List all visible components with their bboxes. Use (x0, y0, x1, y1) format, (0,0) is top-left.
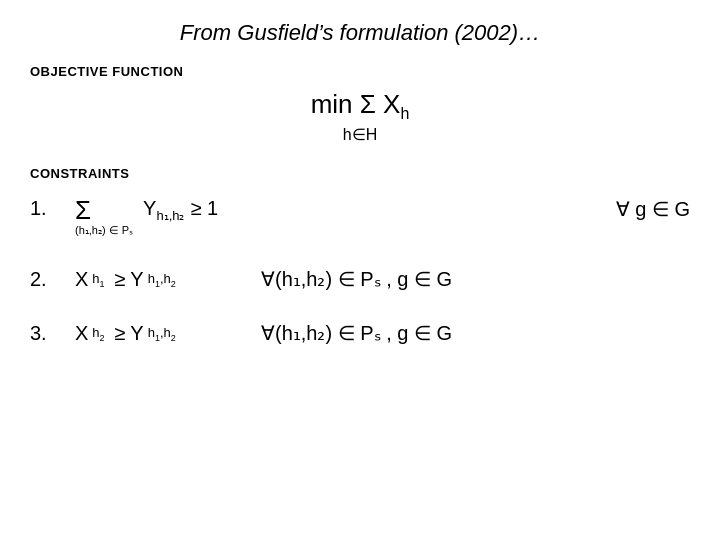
constraints-label: CONSTRAINTS (30, 166, 690, 181)
page-title: From Gusfield’s formulation (2002)… (30, 20, 690, 46)
objective-subscript: h∈H (30, 125, 690, 144)
constraint-3-number: 3. (30, 322, 75, 345)
constraint-row-1: 1. Σ (h₁,h₂) ∈ Pₛ Yh₁,h₂ ≥ 1 ∀ g ∈ G (30, 197, 690, 237)
constraint-3-forall: ∀(h₁,h₂) ∈ Pₛ , g ∈ G (261, 321, 452, 345)
objective-function-label: OBJECTIVE FUNCTION (30, 64, 690, 79)
constraint-1-sum-symbol: Σ (75, 197, 91, 223)
constraint-1-sum-block: Σ (h₁,h₂) ∈ Pₛ (75, 197, 133, 237)
constraint-1-sum-sub: (h₁,h₂) ∈ Pₛ (75, 223, 133, 237)
page: From Gusfield’s formulation (2002)… OBJE… (0, 0, 720, 540)
constraint-3-math: Xh2 ≥ Yh1,h2 (75, 322, 255, 345)
objective-math: min Σ Xh (30, 89, 690, 123)
constraint-1-y: Yh₁,h₂ (143, 197, 184, 223)
constraint-2-number: 2. (30, 268, 75, 291)
constraint-1-relation: ≥ 1 (191, 197, 219, 220)
constraint-row-2: 2. Xh1 ≥ Yh1,h2 ∀(h₁,h₂) ∈ Pₛ , g ∈ G (30, 267, 690, 291)
constraint-1-forall: ∀ g ∈ G (596, 197, 690, 221)
constraint-row-3: 3. Xh2 ≥ Yh1,h2 ∀(h₁,h₂) ∈ Pₛ , g ∈ G (30, 321, 690, 345)
constraint-2-forall: ∀(h₁,h₂) ∈ Pₛ , g ∈ G (261, 267, 452, 291)
constraint-2-math: Xh1 ≥ Yh1,h2 (75, 268, 255, 291)
constraint-1-number: 1. (30, 197, 75, 220)
